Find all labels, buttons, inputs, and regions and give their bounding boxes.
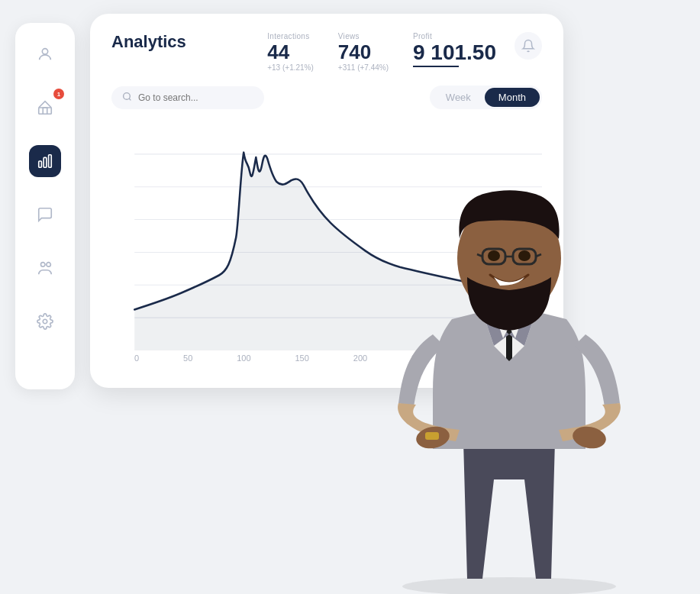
x-label-200: 200 xyxy=(353,353,367,363)
sidebar-item-home[interactable]: 1 xyxy=(29,92,61,124)
sidebar-item-team[interactable] xyxy=(29,252,61,284)
x-axis-labels: 0 50 100 150 200 250 300 350 xyxy=(111,350,542,363)
interactions-value: 44 xyxy=(267,42,289,62)
sidebar-item-avatar[interactable] xyxy=(29,38,61,70)
profit-label: Profit xyxy=(413,32,432,40)
page-title: Analytics xyxy=(111,32,186,52)
sidebar: 1 xyxy=(15,23,75,389)
x-label-350: 350 xyxy=(528,353,542,363)
interactions-label: Interactions xyxy=(267,32,309,40)
time-toggle-group: Week Month xyxy=(430,86,542,109)
svg-point-20 xyxy=(571,424,608,450)
x-label-0: 0 xyxy=(134,353,139,363)
notification-bell[interactable] xyxy=(515,32,542,60)
home-badge: 1 xyxy=(53,89,64,99)
svg-rect-30 xyxy=(425,432,439,440)
x-label-250: 250 xyxy=(411,353,425,363)
interactions-change: +13 (+1.21%) xyxy=(267,63,314,72)
profit-underline xyxy=(413,66,459,67)
svg-rect-2 xyxy=(39,161,42,167)
search-icon xyxy=(122,92,132,104)
x-label-300: 300 xyxy=(469,353,483,363)
svg-point-6 xyxy=(47,263,51,267)
svg-point-0 xyxy=(42,49,47,54)
svg-rect-4 xyxy=(49,155,52,168)
chart-area xyxy=(111,121,542,350)
svg-line-9 xyxy=(129,98,131,100)
metric-profit: Profit 9 101.50 xyxy=(413,32,496,67)
svg-point-16 xyxy=(402,577,616,594)
search-box[interactable] xyxy=(111,86,264,109)
metrics-row: Interactions 44 +13 (+1.21%) Views 740 +… xyxy=(267,32,496,72)
x-label-150: 150 xyxy=(295,353,309,363)
controls-row: Week Month xyxy=(111,86,542,109)
sidebar-item-settings[interactable] xyxy=(29,305,61,337)
metric-views: Views 740 +311 (+7.44%) xyxy=(338,32,389,72)
sidebar-item-messages[interactable] xyxy=(29,199,61,231)
views-value: 740 xyxy=(338,42,371,62)
views-change: +311 (+7.44%) xyxy=(338,63,389,72)
card-header: Analytics Interactions 44 +13 (+1.21%) V… xyxy=(111,32,542,72)
svg-point-8 xyxy=(124,92,131,99)
analytics-chart xyxy=(111,121,542,350)
metric-interactions: Interactions 44 +13 (+1.21%) xyxy=(267,32,314,72)
x-label-100: 100 xyxy=(237,353,250,363)
views-label: Views xyxy=(338,32,360,40)
svg-rect-3 xyxy=(44,157,47,167)
month-toggle[interactable]: Month xyxy=(485,88,540,107)
chart-fill xyxy=(134,153,542,350)
week-toggle[interactable]: Week xyxy=(432,88,485,107)
svg-point-7 xyxy=(43,319,47,324)
svg-point-19 xyxy=(415,424,451,450)
dashboard-card: Analytics Interactions 44 +13 (+1.21%) V… xyxy=(90,14,563,388)
svg-rect-1 xyxy=(39,108,52,114)
svg-point-5 xyxy=(41,263,46,267)
profit-value: 9 101.50 xyxy=(413,42,496,63)
search-input[interactable] xyxy=(138,92,253,103)
sidebar-item-analytics[interactable] xyxy=(29,145,61,177)
x-label-50: 50 xyxy=(183,353,192,363)
